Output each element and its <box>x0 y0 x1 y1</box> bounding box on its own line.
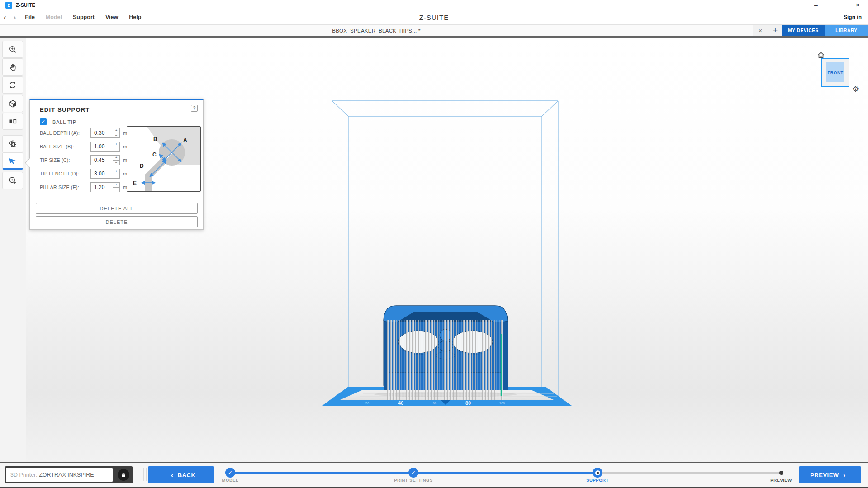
ruler-label: 60 <box>433 401 436 405</box>
restore-icon <box>835 3 839 7</box>
add-support-tool-button[interactable] <box>2 172 23 189</box>
tip-length-input[interactable]: 3.00 +− <box>90 169 120 179</box>
view-cube[interactable]: FRONT <box>821 58 849 87</box>
nav-forward-icon[interactable]: › <box>10 14 20 21</box>
spinner-up[interactable]: + <box>113 142 119 147</box>
spinner-down[interactable]: − <box>113 133 119 138</box>
current-step-dot <box>597 472 599 474</box>
panel-title: EDIT SUPPORT <box>40 106 90 113</box>
model-tool-button[interactable] <box>2 95 23 112</box>
back-chevron-icon: ‹ <box>171 471 174 479</box>
tab-bar: BBOX_SPEAKER_BLACK_HIPS... * × + MY DEVI… <box>0 25 868 38</box>
close-tab-icon[interactable]: × <box>755 25 765 36</box>
new-tab-icon[interactable]: + <box>770 25 781 36</box>
menu-model[interactable]: Model <box>46 14 62 20</box>
nav-back-icon[interactable]: ‹ <box>0 14 10 21</box>
window-title: Z-SUITE <box>16 2 35 8</box>
auto-support-tool-button[interactable] <box>2 135 23 152</box>
forward-chevron-icon: › <box>843 471 846 479</box>
edit-support-cursor-icon <box>8 156 17 165</box>
document-tab[interactable]: BBOX_SPEAKER_BLACK_HIPS... * <box>0 25 753 36</box>
lock-icon <box>121 472 126 478</box>
spinner-up[interactable]: + <box>113 169 119 174</box>
printer-name: ZORTRAX INKSPIRE <box>39 472 94 478</box>
spinner-down[interactable]: − <box>113 174 119 179</box>
ball-tip-row: ✓ BALL TIP <box>40 118 76 125</box>
spinner-down[interactable]: − <box>113 160 119 165</box>
rotate-icon <box>8 81 17 90</box>
diagram-label-d: D <box>140 163 144 169</box>
step-preview-dot[interactable] <box>779 471 783 475</box>
zoom-icon <box>9 45 17 54</box>
support-pillars <box>387 320 503 400</box>
zsuite-logo: Z-SUITE <box>419 14 449 21</box>
back-button[interactable]: ‹ BACK <box>148 466 214 483</box>
pan-tool-button[interactable] <box>2 58 23 76</box>
printer-field[interactable]: 3D Printer: ZORTRAX INKSPIRE <box>6 468 113 482</box>
diagram-label-e: E <box>133 180 137 186</box>
progress-line-todo <box>598 472 781 474</box>
ruler-label: 20 <box>365 401 369 405</box>
ball-size-row: BALL SIZE (B): 1.00 +− mm <box>40 142 131 152</box>
printer-selector[interactable]: 3D Printer: ZORTRAX INKSPIRE <box>5 466 133 483</box>
ball-size-input[interactable]: 1.00 +− <box>90 142 120 152</box>
step-model-label: MODEL <box>222 478 239 483</box>
step-print-settings-label: PRINT SETTINGS <box>394 478 433 483</box>
view-cube-front-face[interactable]: FRONT <box>826 62 844 82</box>
check-icon: ✓ <box>228 469 232 476</box>
step-model-circle[interactable]: ✓ <box>225 468 235 478</box>
tip-size-row: TIP SIZE (C): 0.45 +− mm <box>40 155 131 165</box>
document-tab-title: BBOX_SPEAKER_BLACK_HIPS... * <box>332 28 421 33</box>
menu-file[interactable]: File <box>25 14 35 20</box>
ball-depth-row: BALL DEPTH (A): 0.30 +− mm <box>40 128 131 138</box>
rotate-tool-button[interactable] <box>2 76 23 94</box>
pillar-size-label: PILLAR SIZE (E): <box>40 185 90 190</box>
tip-size-input[interactable]: 0.45 +− <box>90 155 120 165</box>
spinner-down[interactable]: − <box>113 147 119 152</box>
step-support-label: SUPPORT <box>586 478 608 483</box>
zoom-tool-button[interactable] <box>2 41 23 58</box>
ball-depth-label: BALL DEPTH (A): <box>40 130 90 136</box>
tab-library[interactable]: LIBRARY <box>825 25 868 36</box>
edit-support-tool-button[interactable] <box>2 152 23 170</box>
pan-hand-icon <box>9 63 17 71</box>
app-logo-icon: z <box>5 2 12 9</box>
bottom-bar-divider <box>143 468 147 481</box>
printer-prefix: 3D Printer: <box>10 472 38 478</box>
delete-button[interactable]: DELETE <box>36 216 198 227</box>
delete-all-button[interactable]: DELETE ALL <box>36 203 198 214</box>
sign-in-link[interactable]: Sign in <box>844 14 862 20</box>
help-button[interactable]: ? <box>191 105 198 112</box>
left-toolbar <box>0 38 26 463</box>
step-print-settings-circle[interactable]: ✓ <box>408 468 418 478</box>
mirror-tool-button[interactable] <box>2 113 23 130</box>
check-icon: ✓ <box>411 469 416 476</box>
printer-lock-button[interactable] <box>118 469 129 481</box>
window-titlebar: z Z-SUITE – × <box>0 0 868 10</box>
restore-button[interactable] <box>826 0 847 10</box>
menu-support[interactable]: Support <box>73 14 95 20</box>
spinner-up[interactable]: + <box>113 128 119 133</box>
spinner-up[interactable]: + <box>113 183 119 187</box>
pillar-size-input[interactable]: 1.20 +− <box>90 182 120 192</box>
viewport-settings-gear-icon[interactable]: ⚙ <box>852 85 859 93</box>
close-button[interactable]: × <box>847 0 868 10</box>
menu-help[interactable]: Help <box>129 14 141 20</box>
spinner-down[interactable]: − <box>113 187 119 192</box>
step-support-circle[interactable] <box>593 468 602 478</box>
mirror-icon <box>9 117 17 126</box>
tip-size-label: TIP SIZE (C): <box>40 157 90 163</box>
tip-length-row: TIP LENGTH (D): 3.00 +− mm <box>40 169 131 179</box>
menu-view[interactable]: View <box>105 14 118 20</box>
ball-depth-input[interactable]: 0.30 +− <box>90 128 120 138</box>
current-step-ring <box>595 470 600 475</box>
diagram-label-c: C <box>152 152 157 158</box>
tab-my-devices[interactable]: MY DEVICES <box>782 25 825 36</box>
diagram-label-b: B <box>153 136 157 142</box>
ball-tip-checkbox[interactable]: ✓ <box>40 118 47 125</box>
step-preview-label: PREVIEW <box>770 478 792 483</box>
minimize-button[interactable]: – <box>806 0 826 10</box>
tab-divider <box>768 27 768 34</box>
spinner-up[interactable]: + <box>113 156 119 160</box>
preview-button[interactable]: PREVIEW › <box>799 466 861 483</box>
